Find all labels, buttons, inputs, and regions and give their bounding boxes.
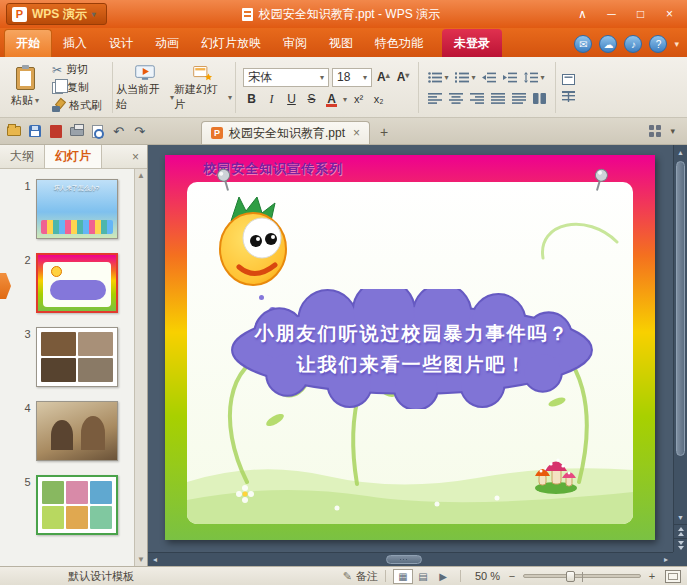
slides-tab[interactable]: 幻灯片 bbox=[44, 145, 102, 168]
paste-button[interactable]: 粘贴 ▾ bbox=[2, 60, 48, 115]
close-panel-icon[interactable]: × bbox=[124, 150, 147, 164]
tab-insert[interactable]: 插入 bbox=[52, 29, 98, 57]
document-tab-active[interactable]: P 校园安全知识教育.ppt × bbox=[201, 121, 370, 144]
save-button[interactable] bbox=[27, 124, 42, 138]
speech-cloud[interactable]: 小朋友们听说过校园暴力事件吗？ 让我们来看一些图片吧！ bbox=[223, 289, 601, 409]
zoom-slider-thumb[interactable] bbox=[566, 571, 575, 582]
line-spacing-button[interactable]: ▾ bbox=[522, 69, 546, 86]
distribute-button[interactable] bbox=[510, 90, 528, 107]
current-slide[interactable]: 校园安全知识宣传系列 bbox=[165, 155, 655, 540]
cut-label: 剪切 bbox=[66, 62, 88, 77]
tab-list-caret-icon[interactable]: ▾ bbox=[670, 126, 675, 136]
export-pdf-button[interactable] bbox=[48, 124, 63, 138]
justify-button[interactable] bbox=[489, 90, 507, 107]
undo-button[interactable]: ↶ bbox=[111, 124, 126, 138]
minimize-button[interactable]: ─ bbox=[598, 4, 625, 24]
cloud-service-icon[interactable]: ☁ bbox=[599, 35, 617, 53]
slide-sorter-view-button[interactable]: ▤ bbox=[413, 569, 433, 584]
slide-5-thumbnail[interactable] bbox=[36, 475, 118, 535]
wps-menu-button[interactable]: P WPS 演示 ▾ bbox=[6, 3, 107, 25]
workspace-layout-icon[interactable] bbox=[649, 125, 661, 137]
new-tab-button[interactable]: + bbox=[374, 122, 394, 142]
text-box-icon[interactable] bbox=[562, 74, 575, 85]
italic-button[interactable]: I bbox=[263, 91, 280, 108]
normal-view-button[interactable]: ▦ bbox=[393, 569, 413, 584]
design-template-label[interactable]: 默认设计模板 bbox=[68, 569, 134, 584]
align-right-button[interactable] bbox=[468, 90, 486, 107]
slideshow-view-button[interactable]: ▶ bbox=[433, 569, 453, 584]
vertical-scrollbar[interactable]: ▲ ▼ bbox=[673, 145, 687, 552]
slide-number: 1 bbox=[17, 179, 31, 192]
zoom-percentage[interactable]: 50 % bbox=[468, 570, 500, 582]
tab-home[interactable]: 开始 bbox=[4, 29, 52, 57]
mini-cloud bbox=[50, 280, 106, 300]
slide-4-thumbnail[interactable] bbox=[36, 401, 118, 461]
strikethrough-button[interactable]: S bbox=[303, 91, 320, 108]
increase-indent-button[interactable] bbox=[501, 69, 519, 86]
tab-review[interactable]: 审阅 bbox=[272, 29, 318, 57]
tab-slideshow[interactable]: 幻灯片放映 bbox=[190, 29, 272, 57]
close-tab-icon[interactable]: × bbox=[351, 126, 360, 140]
slide-3-thumbnail[interactable] bbox=[36, 327, 118, 387]
align-center-button[interactable] bbox=[447, 90, 465, 107]
copy-button[interactable]: 复制 bbox=[48, 79, 109, 96]
horizontal-scrollbar[interactable]: ◂ ▸ bbox=[148, 552, 673, 566]
bullet-list-button[interactable]: ▾ bbox=[426, 69, 450, 86]
scroll-up-icon[interactable]: ▲ bbox=[674, 145, 687, 159]
font-name-combo[interactable]: 宋体 ▾ bbox=[243, 68, 329, 87]
vertical-scroll-thumb[interactable] bbox=[676, 161, 685, 456]
next-slide-button[interactable] bbox=[674, 538, 687, 552]
play-from-current-button[interactable]: 从当前开始 ▾ bbox=[116, 60, 174, 115]
format-painter-button[interactable]: 格式刷 bbox=[48, 97, 109, 114]
message-icon[interactable]: ✉ bbox=[574, 35, 592, 53]
horizontal-scroll-thumb[interactable] bbox=[386, 555, 422, 564]
notification-icon[interactable]: ♪ bbox=[624, 35, 642, 53]
cut-button[interactable]: ✂ 剪切 bbox=[48, 61, 109, 78]
maximize-button[interactable]: □ bbox=[627, 4, 654, 24]
caret-down-icon: ▾ bbox=[320, 73, 324, 82]
print-preview-button[interactable] bbox=[90, 124, 105, 138]
previous-slide-button[interactable] bbox=[674, 524, 687, 538]
superscript-button[interactable]: x² bbox=[350, 91, 367, 108]
numbered-list-button[interactable]: ▾ bbox=[453, 69, 477, 86]
panel-scrollbar[interactable]: ▲ ▼ bbox=[134, 169, 147, 566]
zoom-slider[interactable] bbox=[523, 574, 641, 578]
tab-design[interactable]: 设计 bbox=[98, 29, 144, 57]
redo-button[interactable]: ↷ bbox=[132, 124, 147, 138]
scroll-up-icon[interactable]: ▲ bbox=[137, 171, 145, 180]
scroll-left-icon[interactable]: ◂ bbox=[148, 555, 162, 564]
scroll-right-icon[interactable]: ▸ bbox=[659, 555, 673, 564]
font-color-button[interactable]: A bbox=[323, 91, 340, 108]
table-icon[interactable] bbox=[562, 91, 575, 102]
fit-to-window-button[interactable] bbox=[665, 570, 681, 583]
shrink-font-button[interactable]: A ▾ bbox=[395, 70, 412, 84]
grow-font-button[interactable]: A ▴ bbox=[375, 70, 392, 84]
subscript-button[interactable]: x₂ bbox=[370, 91, 387, 108]
login-button[interactable]: 未登录 bbox=[442, 29, 502, 57]
zoom-in-button[interactable]: + bbox=[646, 570, 658, 582]
tab-animation[interactable]: 动画 bbox=[144, 29, 190, 57]
print-button[interactable] bbox=[69, 124, 84, 138]
more-menu-caret-icon[interactable]: ▾ bbox=[674, 39, 679, 49]
outline-tab[interactable]: 大纲 bbox=[0, 145, 44, 168]
paste-clipboard-icon bbox=[16, 67, 35, 90]
new-slide-button[interactable]: 新建幻灯片 ▾ bbox=[174, 60, 232, 115]
notes-button[interactable]: ✎ 备注 bbox=[343, 569, 378, 584]
decrease-indent-button[interactable] bbox=[480, 69, 498, 86]
slide-1-thumbnail[interactable]: 坏人来了怎么办? bbox=[36, 179, 118, 239]
help-icon[interactable]: ? bbox=[649, 35, 667, 53]
slide-2-thumbnail-selected[interactable] bbox=[36, 253, 118, 313]
underline-button[interactable]: U bbox=[283, 91, 300, 108]
scroll-down-icon[interactable]: ▼ bbox=[137, 555, 145, 564]
scroll-down-icon[interactable]: ▼ bbox=[674, 510, 687, 524]
zoom-out-button[interactable]: − bbox=[506, 570, 518, 582]
close-button[interactable]: × bbox=[656, 4, 683, 24]
collapse-window-button[interactable]: ∧ bbox=[569, 4, 596, 24]
open-button[interactable] bbox=[6, 124, 21, 138]
tab-view[interactable]: 视图 bbox=[318, 29, 364, 57]
bold-button[interactable]: B bbox=[243, 91, 260, 108]
columns-button[interactable] bbox=[531, 90, 548, 107]
font-size-combo[interactable]: 18 ▾ bbox=[332, 68, 372, 87]
align-left-button[interactable] bbox=[426, 90, 444, 107]
tab-special-features[interactable]: 特色功能 bbox=[364, 29, 434, 57]
